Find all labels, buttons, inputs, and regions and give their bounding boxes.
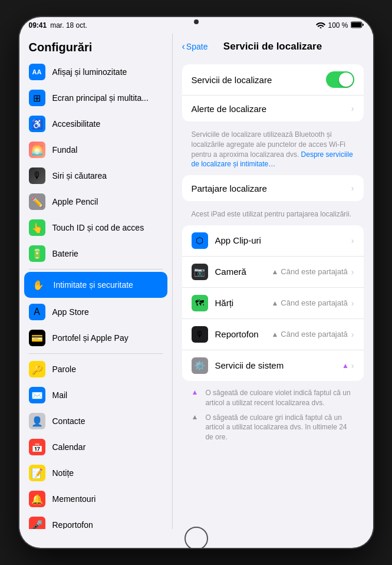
location-toggle[interactable] — [326, 71, 354, 88]
app-sublabel-reportofon: Când este partajată — [281, 330, 347, 339]
app-icon-system: ⚙️ — [192, 357, 208, 374]
sidebar-label-recorder: Reportofon — [52, 520, 93, 529]
sidebar-divider-1 — [29, 269, 163, 270]
purple-arrow-icon: ▲ — [192, 388, 199, 396]
sidebar-item-touchid[interactable]: 👆Touch ID și cod de acces — [19, 215, 172, 241]
app-label-system: Servicii de sistem — [215, 360, 342, 370]
sidebar-item-reminders[interactable]: 🔔Mementouri — [19, 486, 172, 512]
sidebar-item-siri[interactable]: 🎙Siri și căutarea — [19, 163, 172, 189]
sidebar-items: AAAfișaj și luminozitate⊞Ecran principal… — [19, 59, 172, 529]
app-row-maps[interactable]: 🗺Hărți▲Când este partajată› — [182, 288, 364, 319]
sidebar-item-passwords[interactable]: 🔑Parole — [19, 356, 172, 382]
sidebar-label-notes: Notițe — [52, 468, 74, 478]
status-time: 09:41 — [29, 21, 47, 29]
app-row-reportofon[interactable]: 🎙Reportofon▲Când este partajată› — [182, 319, 364, 350]
sidebar-item-recorder[interactable]: 🎤Reportofon — [19, 512, 172, 529]
battery-percentage: 100 % — [328, 21, 348, 29]
sidebar-item-mail[interactable]: ✉️Mail — [19, 382, 172, 408]
sidebar-item-home[interactable]: ⊞Ecran principal și multita... — [19, 85, 172, 111]
sidebar-label-display: Afișaj și luminozitate — [52, 67, 127, 77]
right-panel-title: Servicii de localizare — [223, 41, 322, 52]
app-row-system[interactable]: ⚙️Servicii de sistem▲› — [182, 350, 364, 381]
alerte-chevron-icon: › — [351, 104, 354, 113]
apps-card: ⬡App Clip-uri›📷Cameră▲Când este partajat… — [182, 225, 364, 381]
sidebar-item-contacts[interactable]: 👤Contacte — [19, 408, 172, 434]
alerte-label: Alerte de localizare — [192, 104, 351, 114]
app-row-camera[interactable]: 📷Cameră▲Când este partajată› — [182, 257, 364, 288]
location-arrow-icon-reportofon: ▲ — [271, 330, 278, 339]
ipad-frame: 09:41 mar. 18 oct. 100 % Configurări AAA… — [19, 17, 373, 548]
sidebar-title: Configurări — [19, 34, 172, 59]
app-chevron-icon-system: › — [351, 361, 354, 370]
back-chevron-icon: ‹ — [182, 41, 185, 52]
sidebar-icon-mail: ✉️ — [29, 387, 45, 403]
svg-rect-2 — [351, 22, 361, 27]
status-right: 100 % — [316, 21, 363, 30]
partajare-info: Acest iPad este utilizat pentru partajar… — [182, 206, 364, 225]
app-chevron-icon-maps: › — [351, 298, 354, 308]
sidebar-label-access: Accesibilitate — [52, 119, 101, 129]
sidebar-label-reminders: Mementouri — [52, 494, 96, 504]
sidebar-item-calendar[interactable]: 📅Calendar — [19, 434, 172, 460]
sidebar-label-siri: Siri și căutarea — [52, 171, 107, 180]
sidebar-item-appstore[interactable]: AApp Store — [19, 299, 172, 325]
sidebar-label-wallpaper: Fundal — [52, 145, 78, 155]
legend-gray-text: O săgeată de culoare gri indică faptul c… — [205, 413, 354, 442]
sidebar-item-wallpaper[interactable]: 🌅Fundal — [19, 137, 172, 163]
sidebar-item-privacy[interactable]: ✋Intimitate și securitate — [24, 272, 167, 298]
sidebar-icon-wallet: 💳 — [29, 330, 45, 346]
main-content: Configurări AAAfișaj și luminozitate⊞Ecr… — [19, 34, 373, 529]
sidebar-label-touchid: Touch ID și cod de acces — [52, 223, 144, 232]
sidebar-label-calendar: Calendar — [52, 442, 86, 452]
legend-gray-row: ▲ O săgeată de culoare gri indică faptul… — [182, 410, 364, 445]
sidebar-label-mail: Mail — [52, 390, 68, 400]
partajare-row[interactable]: Partajare localizare › — [182, 175, 364, 201]
sidebar-label-wallet: Portofel și Apple Pay — [52, 333, 129, 343]
home-button[interactable] — [185, 527, 208, 548]
wifi-icon — [316, 21, 325, 30]
battery-icon — [351, 21, 364, 30]
right-panel: ‹ Spate Servicii de localizare Servicii … — [173, 34, 373, 529]
sidebar-icon-recorder: 🎤 — [29, 517, 45, 529]
location-toggle-row[interactable]: Servicii de localizare — [182, 64, 364, 96]
app-label-maps: Hărți — [215, 298, 272, 308]
sidebar-item-battery[interactable]: 🔋Baterie — [19, 241, 172, 267]
app-row-appclip[interactable]: ⬡App Clip-uri› — [182, 225, 364, 257]
right-content: Servicii de localizare Alerte de localiz… — [173, 60, 373, 529]
sidebar-icon-calendar: 📅 — [29, 439, 45, 455]
partajare-card: Partajare localizare › — [182, 175, 364, 201]
gray-arrow-icon: ▲ — [192, 413, 199, 421]
location-services-card: Servicii de localizare Alerte de localiz… — [182, 64, 364, 121]
back-button[interactable]: ‹ Spate — [182, 41, 208, 52]
sidebar-icon-wallpaper: 🌅 — [29, 142, 45, 158]
partajare-label: Partajare localizare — [192, 183, 351, 193]
app-label-reportofon: Reportofon — [215, 329, 272, 339]
sidebar-item-display[interactable]: AAAfișaj și luminozitate — [19, 59, 172, 85]
sidebar-icon-home: ⊞ — [29, 90, 45, 106]
purple-location-icon-system: ▲ — [342, 362, 349, 370]
sidebar-label-passwords: Parole — [52, 364, 76, 374]
sidebar-label-appstore: App Store — [52, 307, 89, 317]
sidebar-item-pencil[interactable]: ✏️Apple Pencil — [19, 189, 172, 215]
app-chevron-icon-appclip: › — [351, 236, 354, 245]
legend-purple-text: O săgeată de culoare violet indică faptu… — [205, 388, 354, 408]
app-icon-camera: 📷 — [192, 264, 208, 280]
alerte-row[interactable]: Alerte de localizare › — [182, 96, 364, 121]
app-sublabel-camera: Când este partajată — [281, 267, 347, 276]
sidebar-divider-2 — [29, 353, 163, 354]
sidebar-item-notes[interactable]: 📝Notițe — [19, 460, 172, 486]
front-camera — [194, 19, 199, 24]
sidebar-icon-contacts: 👤 — [29, 413, 45, 429]
app-sublabel-maps: Când este partajată — [281, 298, 347, 307]
sidebar-label-home: Ecran principal și multita... — [52, 93, 149, 103]
sidebar-icon-access: ♿ — [29, 116, 45, 132]
app-icon-reportofon: 🎙 — [192, 326, 208, 343]
app-icon-maps: 🗺 — [192, 295, 208, 311]
sidebar: Configurări AAAfișaj și luminozitate⊞Ecr… — [19, 34, 173, 529]
sidebar-icon-passwords: 🔑 — [29, 361, 45, 377]
privacy-link[interactable]: Despre serviciile de localizare și intim… — [192, 150, 353, 169]
sidebar-item-access[interactable]: ♿Accesibilitate — [19, 111, 172, 137]
sidebar-item-wallet[interactable]: 💳Portofel și Apple Pay — [19, 325, 172, 351]
status-date: mar. 18 oct. — [50, 21, 87, 29]
right-header: ‹ Spate Servicii de localizare — [173, 34, 373, 60]
